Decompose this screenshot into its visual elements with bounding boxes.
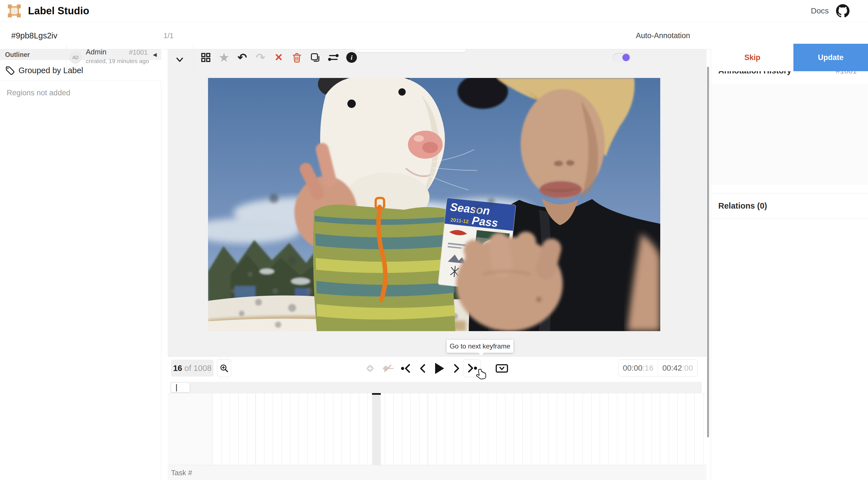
time-display: 00:00:16 00:42:00 [618, 359, 698, 377]
tooltip-text: Go to next keyframe [450, 342, 510, 350]
seek-track[interactable] [170, 382, 702, 393]
add-keyframe-button[interactable] [364, 362, 376, 374]
regions-empty-state: Regions not added [7, 89, 70, 97]
dot-chevron-left-icon [400, 364, 412, 373]
play-button[interactable] [434, 362, 445, 375]
video-content: Season 2011-12 Pass RATATOUILLE [208, 78, 660, 331]
redo-icon: ↷ [256, 52, 265, 63]
annotation-pagination: 1/1 [163, 22, 174, 49]
redo-button[interactable]: ↷ [254, 49, 267, 66]
task-footer: Task # [168, 465, 707, 480]
ground-truth-button[interactable]: ★ [217, 49, 231, 66]
zoom-in-button[interactable] [217, 359, 231, 377]
reset-button[interactable]: ✕ [272, 49, 285, 66]
collapse-left-icon[interactable]: ◀ [153, 49, 157, 60]
box-chevron-down-icon [495, 363, 508, 374]
divider [711, 193, 868, 194]
annotator-name: Admin [86, 48, 106, 56]
settings-transfer-button[interactable] [327, 49, 340, 66]
outliner-sidebar [0, 49, 161, 480]
undo-button[interactable]: ↶ [236, 49, 249, 66]
update-button[interactable]: Update [794, 44, 868, 71]
info-button[interactable]: i [345, 49, 358, 66]
relations-title: Relations (0) [718, 201, 767, 211]
frame-current: 16 [173, 364, 182, 372]
annotation-history-empty [711, 84, 868, 185]
github-icon[interactable] [836, 4, 849, 18]
close-icon: ✕ [275, 53, 283, 62]
undo-icon: ↶ [238, 52, 247, 63]
prev-keyframe-button[interactable] [400, 363, 412, 373]
frame-total: 1008 [193, 364, 212, 372]
divider [66, 44, 67, 71]
prev-frame-button[interactable] [418, 363, 427, 373]
delete-annotation-button[interactable] [290, 49, 304, 66]
trash-icon [291, 51, 303, 64]
app-title: Label Studio [28, 0, 89, 22]
task-label: Task # [171, 465, 192, 480]
total-time-frames: :00 [682, 364, 693, 372]
toolbar-actions: ★ ↶ ↷ ✕ i [199, 44, 358, 71]
playhead[interactable] [372, 393, 381, 395]
chevron-left-icon [419, 364, 426, 373]
hand-cursor-icon [475, 368, 488, 381]
tooltip: Go to next keyframe [446, 340, 513, 353]
divider [193, 44, 193, 71]
current-time[interactable]: 00:00:16 [618, 360, 658, 377]
total-time: 00:42:00 [658, 360, 697, 377]
next-frame-button[interactable] [453, 363, 461, 373]
star-icon: ★ [218, 51, 229, 64]
floating-panel-edge [355, 49, 465, 52]
toggle-knob [622, 54, 630, 61]
frame-counter[interactable]: 16 of 1008 [171, 360, 214, 377]
magnifier-plus-icon [219, 363, 229, 373]
outliner-title: Outliner [5, 49, 30, 60]
vertical-scrollbar[interactable] [707, 67, 709, 438]
annotation-created-note: created, 19 minutes ago [86, 58, 149, 64]
swap-lines-icon [328, 52, 339, 63]
remove-keyframe-button[interactable] [381, 362, 395, 374]
tag-icon [5, 66, 15, 76]
skip-button[interactable]: Skip [711, 44, 794, 71]
tooltip-arrow [478, 353, 484, 356]
view-all-button[interactable] [199, 49, 213, 66]
collapse-timeline-button[interactable] [495, 362, 509, 374]
grid-icon [200, 52, 211, 63]
seek-position-line [176, 384, 177, 391]
annotator-avatar[interactable]: AD [69, 51, 82, 64]
diamond-slash-icon [381, 362, 395, 374]
docs-link[interactable]: Docs [811, 0, 829, 22]
label-studio-app: Label Studio Docs #9pb8Lgs2iv AD Admin #… [0, 0, 868, 480]
task-id-label: #9pb8Lgs2iv [11, 22, 57, 49]
diamond-plus-icon [364, 362, 376, 374]
playhead-column [372, 393, 381, 465]
info-icon: i [346, 52, 357, 63]
timeline-left-gutter [168, 393, 213, 465]
chevron-down-icon[interactable] [175, 55, 184, 64]
play-icon [435, 363, 444, 374]
timeline-ruler[interactable] [213, 393, 707, 465]
chevron-right-icon [453, 364, 460, 373]
video-frame[interactable]: Season 2011-12 Pass RATATOUILLE [208, 78, 660, 331]
annotation-id: #1001 [129, 49, 148, 56]
divider [711, 219, 868, 219]
auto-annotation-label: Auto-Annotation [636, 22, 690, 49]
frame-separator: of [182, 364, 193, 372]
duplicate-annotation-button[interactable] [308, 49, 322, 66]
seek-handle[interactable] [171, 383, 190, 392]
label-studio-logo-icon [7, 4, 21, 18]
copy-icon [310, 52, 321, 63]
auto-annotation-toggle[interactable] [613, 53, 631, 62]
current-time-frames: :16 [643, 364, 653, 372]
app-header: Label Studio Docs [0, 0, 868, 22]
current-time-main: 00:00 [623, 364, 642, 372]
annotation-toolbar: #9pb8Lgs2iv AD Admin #1001 created, 19 m… [0, 22, 868, 49]
total-time-main: 00:42 [662, 364, 682, 372]
